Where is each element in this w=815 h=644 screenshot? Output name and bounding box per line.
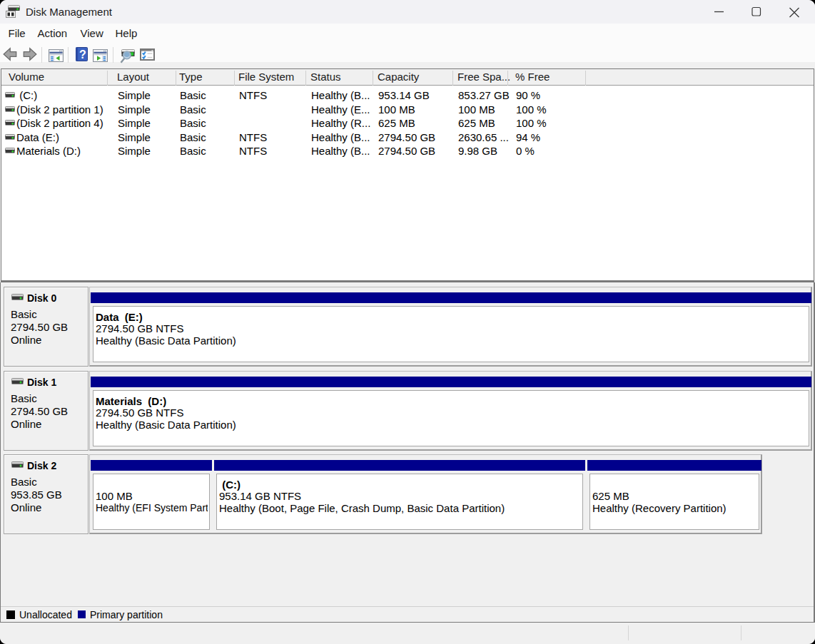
svg-text:?: ? xyxy=(79,48,86,61)
